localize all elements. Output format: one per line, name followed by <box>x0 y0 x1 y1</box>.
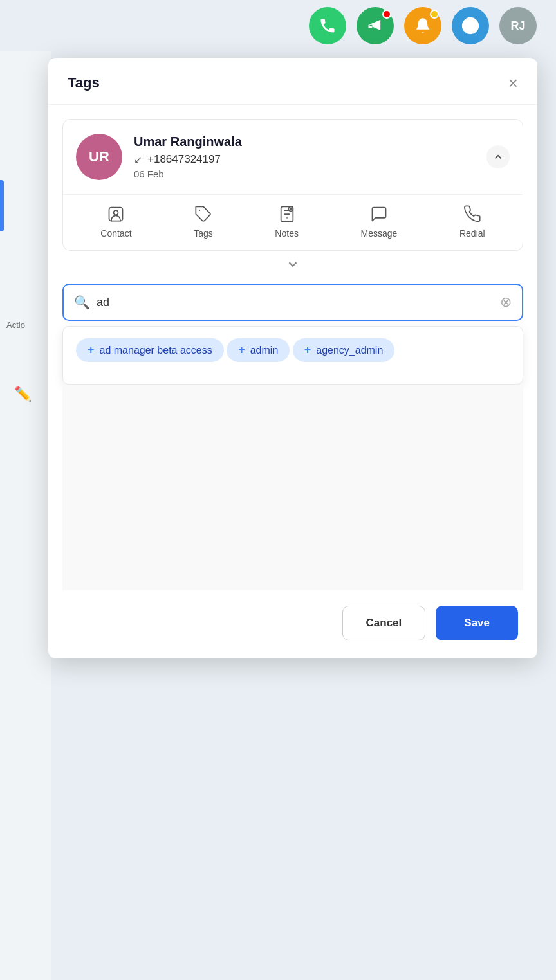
megaphone-icon[interactable] <box>357 7 394 44</box>
modal-header: Tags × <box>48 58 537 105</box>
tag-option-label: agency_admin <box>316 345 383 356</box>
tag-option-admin[interactable]: + admin <box>227 338 290 362</box>
message-tab[interactable]: Message <box>361 205 398 239</box>
action-tabs: Contact Tags <box>63 194 523 250</box>
edit-icon: ✏️ <box>14 386 32 403</box>
user-avatar[interactable]: RJ <box>499 7 537 44</box>
cancel-button[interactable]: Cancel <box>342 606 426 640</box>
incoming-arrow: ↙ <box>134 154 142 166</box>
contact-phone: ↙ +18647324197 <box>134 153 510 166</box>
bell-icon[interactable] <box>404 7 441 44</box>
contact-card: UR Umar Ranginwala ↙ +18647324197 06 Feb <box>62 119 523 251</box>
contact-details: Umar Ranginwala ↙ +18647324197 06 Feb <box>134 134 510 179</box>
phone-number: +18647324197 <box>147 153 221 166</box>
active-indicator <box>0 180 4 231</box>
contact-tab-label: Contact <box>100 228 131 239</box>
modal-footer: Cancel Save <box>48 590 537 658</box>
tag-option-label: ad manager beta access <box>100 345 212 356</box>
search-input[interactable] <box>97 296 494 309</box>
modal-title: Tags <box>68 75 100 91</box>
notes-tab-label: Notes <box>275 228 299 239</box>
tag-option-ad-manager[interactable]: + ad manager beta access <box>76 338 224 362</box>
message-tab-label: Message <box>361 228 398 239</box>
search-box: 🔍 ⊗ <box>62 284 523 321</box>
redial-tab-label: Redial <box>459 228 485 239</box>
tags-modal: Tags × UR Umar Ranginwala ↙ +18647324197… <box>48 58 537 658</box>
tag-dropdown: + ad manager beta access + admin + agenc… <box>62 326 523 385</box>
left-sidebar: Actio ✏️ <box>0 51 51 980</box>
empty-area <box>62 385 523 590</box>
phone-icon[interactable] <box>309 7 346 44</box>
svg-point-2 <box>114 210 118 215</box>
tag-option-label: admin <box>250 345 279 356</box>
notes-tab[interactable]: Notes <box>275 205 299 239</box>
search-icon: 🔍 <box>74 295 90 310</box>
redial-tab[interactable]: Redial <box>459 205 485 239</box>
tags-tab[interactable]: Tags <box>194 205 213 239</box>
tag-option-agency-admin[interactable]: + agency_admin <box>293 338 395 362</box>
action-label: Actio <box>6 320 25 330</box>
top-bar: RJ <box>0 0 556 51</box>
contact-date: 06 Feb <box>134 168 510 179</box>
clear-icon[interactable]: ⊗ <box>500 294 512 311</box>
contact-name: Umar Ranginwala <box>134 134 510 149</box>
save-button[interactable]: Save <box>436 606 518 640</box>
contact-tab[interactable]: Contact <box>100 205 131 239</box>
close-button[interactable]: × <box>508 75 518 91</box>
expand-button[interactable] <box>48 251 537 284</box>
collapse-button[interactable] <box>486 145 510 168</box>
tags-tab-label: Tags <box>194 228 213 239</box>
help-icon[interactable] <box>452 7 489 44</box>
bell-badge <box>430 10 439 19</box>
notification-badge <box>382 10 391 19</box>
contact-info: UR Umar Ranginwala ↙ +18647324197 06 Feb <box>63 120 523 194</box>
contact-avatar: UR <box>76 134 122 180</box>
